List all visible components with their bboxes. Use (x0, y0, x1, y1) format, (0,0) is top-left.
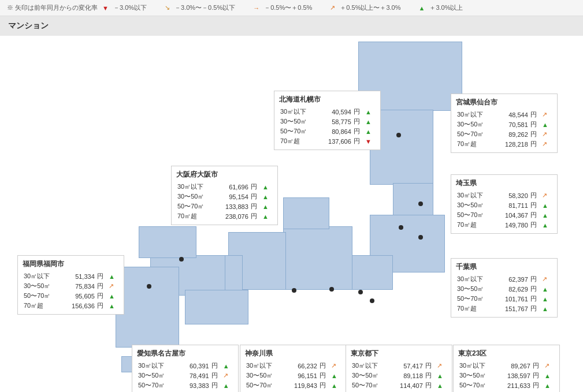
legend-flat: → (253, 5, 259, 12)
map-dot-tokyo23 (370, 298, 374, 303)
info-box-hokkaido: 北海道札幌市 30㎡以下 40,594 円 ▲ 30〜50㎡ 58,775 円 … (274, 91, 381, 150)
map-dot-sapporo (396, 133, 401, 137)
table-row: 50〜70㎡ 93,383 円 ▲ (137, 380, 233, 390)
legend-sep2 (242, 3, 248, 12)
table-row: 30〜50㎡ 70,581 円 ▲ (456, 120, 552, 129)
map-container: 北海道札幌市 30㎡以下 40,594 円 ▲ 30〜50㎡ 58,775 円 … (0, 36, 583, 392)
city-table-miyagi: 30㎡以下 48,544 円 ↗ 30〜50㎡ 70,581 円 ▲ 50〜70… (456, 110, 552, 149)
table-row: 50〜70㎡ 80,864 円 ▲ (279, 126, 376, 136)
table-row: 70㎡超 137,606 円 ▼ (279, 136, 376, 146)
map-dot-chiba (418, 235, 423, 240)
map-dot-osaka (179, 257, 184, 262)
legend-down-red-label: －3.0%以下 (113, 3, 147, 12)
table-row: 50〜70㎡ 114,407 円 ▲ (351, 380, 447, 390)
map-tile-kanto-north (393, 183, 433, 218)
table-row: 30㎡以下 60,391 円 ▲ (137, 361, 233, 371)
legend-sep3 (319, 3, 325, 12)
legend-up-green: ▲ (419, 5, 425, 12)
city-table-nagoya: 30㎡以下 60,391 円 ▲ 30〜50㎡ 78,491 円 ↗ 50〜70… (137, 361, 233, 392)
table-row: 30㎡以下 58,320 円 ↗ (456, 191, 552, 200)
legend-down-orange: ↘ (165, 4, 170, 12)
city-name-miyagi: 宮城県仙台市 (456, 98, 552, 107)
legend-up-orange: ↗ (330, 4, 335, 12)
info-box-osaka: 大阪府大阪市 30㎡以下 61,696 円 ▲ 30〜50㎡ 95,154 円 … (171, 166, 278, 225)
info-box-kanagawa: 神奈川県 30㎡以下 66,232 円 ↗ 30〜50㎡ 96,151 円 ▲ … (240, 345, 347, 392)
map-dot-sendai (418, 201, 423, 206)
table-row: 30〜50㎡ 138,597 円 ▲ (458, 371, 555, 380)
city-name-kanagawa: 神奈川県 (245, 349, 341, 359)
info-box-nagoya: 愛知県名古屋市 30㎡以下 60,391 円 ▲ 30〜50㎡ 78,491 円… (132, 345, 239, 392)
table-row: 30㎡以下 62,397 円 ↗ (456, 274, 552, 284)
city-table-fukuoka: 30㎡以下 51,334 円 ▲ 30〜50㎡ 75,834 円 ↗ 50〜70… (23, 271, 119, 311)
table-row: 30〜50㎡ 58,775 円 ▲ (279, 117, 376, 126)
map-tile-chubu2 (283, 197, 329, 229)
legend-down-red: ▼ (102, 5, 109, 12)
table-row: 50〜70㎡ 119,843 円 ▲ (245, 380, 341, 390)
table-row: 50〜70㎡ 101,761 円 ▲ (456, 294, 552, 304)
info-box-saitama: 埼玉県 30㎡以下 58,320 円 ↗ 30〜50㎡ 81,711 円 ▲ 5… (451, 174, 558, 234)
legend-up-green-label: ＋3.0%以上 (429, 3, 463, 12)
legend-flat-label: －0.5%〜＋0.5% (264, 3, 312, 12)
section-title: マンション (0, 16, 583, 36)
table-row: 30㎡以下 48,544 円 ↗ (456, 110, 552, 120)
table-row: 30㎡以下 57,417 円 ↗ (351, 361, 447, 371)
city-table-hokkaido: 30㎡以下 40,594 円 ▲ 30〜50㎡ 58,775 円 ▲ 50〜70… (279, 107, 376, 146)
info-box-chiba: 千葉県 30㎡以下 62,397 円 ↗ 30〜50㎡ 82,629 円 ▲ 5… (451, 258, 558, 318)
map-tile-chugoku2 (139, 226, 196, 258)
table-row: 50〜70㎡ 104,367 円 ▲ (456, 210, 552, 220)
table-row: 70㎡超 149,780 円 ▲ (456, 220, 552, 230)
table-row: 30〜50㎡ 95,154 円 ▲ (176, 192, 273, 201)
legend-bar: ※ 矢印は前年同月からの変化率 ▼ －3.0%以下 ↘ －3.0%〜－0.5%以… (0, 0, 583, 16)
map-dot-fukuoka (147, 284, 151, 289)
table-row: 70㎡超 151,767 円 ▲ (456, 304, 552, 313)
map-tile-chubu (283, 226, 352, 290)
table-row: 70㎡超 128,218 円 ↗ (456, 139, 552, 149)
info-box-tokyo23: 東京23区 30㎡以下 89,267 円 ↗ 30〜50㎡ 138,597 円 … (453, 345, 560, 392)
city-table-kanagawa: 30㎡以下 66,232 円 ↗ 30〜50㎡ 96,151 円 ▲ 50〜70… (245, 361, 341, 392)
city-name-tokyo: 東京都下 (351, 349, 447, 359)
info-box-fukuoka: 福岡県福岡市 30㎡以下 51,334 円 ▲ 30〜50㎡ 75,834 円 … (17, 255, 124, 315)
city-name-tokyo23: 東京23区 (458, 349, 555, 359)
city-table-chiba: 30㎡以下 62,397 円 ↗ 30〜50㎡ 82,629 円 ▲ 50〜70… (456, 274, 552, 313)
table-row: 50〜70㎡ 211,633 円 ▲ (458, 380, 555, 390)
table-row: 30㎡以下 61,696 円 ▲ (176, 182, 273, 192)
table-row: 30㎡以下 89,267 円 ↗ (458, 361, 555, 371)
table-row: 30〜50㎡ 96,151 円 ▲ (245, 371, 341, 380)
legend-down-orange-label: －3.0%〜－0.5%以下 (174, 3, 235, 12)
legend-up-orange-label: ＋0.5%以上〜＋3.0% (340, 3, 400, 12)
table-row: 30〜50㎡ 82,629 円 ▲ (456, 284, 552, 294)
map-dot-nagoya (292, 288, 296, 293)
table-row: 50〜70㎡ 133,883 円 ▲ (176, 201, 273, 211)
table-row: 30〜50㎡ 78,491 円 ↗ (137, 371, 233, 380)
table-row: 50〜70㎡ 95,605 円 ▲ (23, 291, 119, 301)
table-row: 30〜50㎡ 89,118 円 ▲ (351, 371, 447, 380)
city-name-chiba: 千葉県 (456, 262, 552, 272)
city-table-osaka: 30㎡以下 61,696 円 ▲ 30〜50㎡ 95,154 円 ▲ 50〜70… (176, 182, 273, 221)
city-name-fukuoka: 福岡県福岡市 (23, 259, 119, 269)
table-row: 30〜50㎡ 75,834 円 ↗ (23, 281, 119, 291)
table-row: 30㎡以下 51,334 円 ▲ (23, 271, 119, 281)
info-box-tokyo: 東京都下 30㎡以下 57,417 円 ↗ 30〜50㎡ 89,118 円 ▲ … (346, 345, 452, 392)
table-row: 30〜50㎡ 81,711 円 ▲ (456, 200, 552, 210)
legend-sep1 (154, 3, 160, 12)
city-name-saitama: 埼玉県 (456, 178, 552, 188)
city-table-saitama: 30㎡以下 58,320 円 ↗ 30〜50㎡ 81,711 円 ▲ 50〜70… (456, 191, 552, 230)
city-table-tokyo: 30㎡以下 57,417 円 ↗ 30〜50㎡ 89,118 円 ▲ 50〜70… (351, 361, 447, 392)
city-name-hokkaido: 北海道札幌市 (279, 95, 376, 104)
table-row: 30㎡以下 66,232 円 ↗ (245, 361, 341, 371)
city-table-tokyo23: 30㎡以下 89,267 円 ↗ 30〜50㎡ 138,597 円 ▲ 50〜7… (458, 361, 555, 392)
map-tile-kanto2 (347, 255, 393, 290)
city-name-nagoya: 愛知県名古屋市 (137, 349, 233, 359)
table-row: 70㎡超 156,636 円 ▲ (23, 301, 119, 311)
info-box-miyagi: 宮城県仙台市 30㎡以下 48,544 円 ↗ 30〜50㎡ 70,581 円 … (451, 94, 558, 153)
table-row: 50〜70㎡ 89,262 円 ↗ (456, 129, 552, 139)
map-dot-saitama (399, 225, 403, 230)
table-row: 30㎡以下 40,594 円 ▲ (279, 107, 376, 117)
legend-prefix: ※ 矢印は前年同月からの変化率 (7, 3, 98, 12)
table-row: 70㎡超 238,076 円 ▲ (176, 211, 273, 221)
legend-sep4 (408, 3, 414, 12)
city-name-osaka: 大阪府大阪市 (176, 170, 273, 180)
map-tile-shikoku (185, 290, 248, 324)
map-dot-tokyo (358, 290, 363, 294)
map-tile-kyushu (116, 267, 179, 348)
